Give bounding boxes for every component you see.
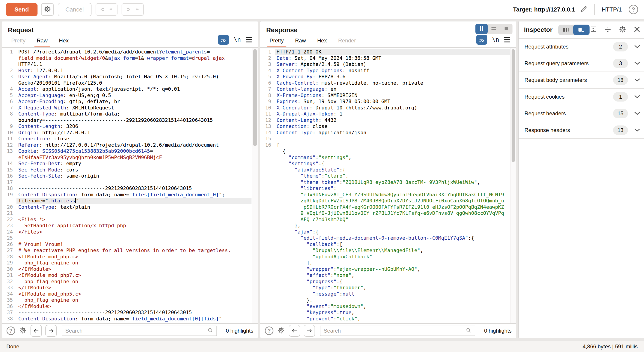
code-line: 8X-Frame-Options: SAMEORIGIN (260, 92, 516, 99)
inspector-section-request-body-parameters[interactable]: Request body parameters18 (518, 72, 644, 89)
dock-left-button[interactable] (558, 25, 573, 35)
show-newlines-toggle[interactable]: \n (234, 36, 241, 43)
response-editor[interactable]: 1HTTP/1.1 200 OK2Date: Sat, 04 May 2024 … (260, 47, 516, 323)
tab-render[interactable]: Render (336, 37, 358, 47)
response-search-input[interactable] (324, 328, 466, 334)
tab-hex[interactable]: Hex (57, 37, 71, 47)
request-tab-list: PrettyRawHex (6, 37, 74, 47)
http-version-label[interactable]: HTTP/1 (602, 6, 622, 13)
dock-right-button[interactable] (573, 25, 590, 35)
code-line: 31<IfModule mod_php7.c> (2, 272, 258, 278)
editor-menu-icon[interactable] (246, 37, 252, 42)
back-history-button[interactable]: < (96, 3, 118, 16)
tab-raw[interactable]: Raw (34, 37, 50, 47)
inspector-section-request-headers[interactable]: Request headers15 (518, 105, 644, 122)
cancel-button[interactable]: Cancel (58, 3, 92, 16)
code-line: 22<Files *> (2, 216, 258, 223)
chevron-down-icon (634, 112, 640, 115)
divider (594, 4, 595, 15)
inspector-title: Inspector (524, 26, 552, 33)
forward-history-button[interactable]: > (122, 3, 144, 16)
chevron-down-icon (133, 7, 141, 11)
code-line: 32 php_flag engine on (2, 278, 258, 285)
code-line: 35 php_flag engine on (2, 297, 258, 303)
layout-rows-button[interactable] (488, 24, 500, 34)
inspector-section-request-attributes[interactable]: Request attributes2 (518, 39, 644, 55)
show-newlines-toggle[interactable]: \n (492, 36, 499, 43)
request-panel-title: Request (2, 21, 258, 34)
count-badge: 3 (613, 59, 628, 68)
code-line: zqRlkgDdlcFWZoISJP8-ZM40dBBQoOrbX7DYsLJ2… (260, 198, 516, 204)
code-line: "command":"settings", (260, 154, 516, 161)
search-next-button[interactable] (46, 325, 57, 337)
code-line: 14Sec-Fetch-Dest: empty (2, 161, 258, 167)
code-line: 5X-Powered-By: PHP/8.3.6 (260, 74, 516, 80)
code-line: 1POST /Projects/drupal-10.2.6/media/add/… (2, 49, 258, 55)
count-badge: 15 (613, 109, 628, 118)
code-line: "edit-field-media-document-0-remove-butt… (260, 235, 516, 241)
search-next-button[interactable] (304, 325, 315, 337)
request-editor[interactable]: 1POST /Projects/drupal-10.2.6/media/add/… (2, 47, 258, 323)
single-pane-icon (504, 26, 509, 32)
vertical-scrollbar[interactable] (510, 48, 516, 323)
code-line: "prevent":"click", (260, 316, 516, 322)
search-prev-button[interactable] (30, 325, 42, 337)
inspector-header: Inspector (518, 21, 644, 39)
request-search-input[interactable] (65, 328, 208, 334)
code-line: 19Content-Disposition: form-data; name="… (2, 191, 258, 198)
search-settings-icon[interactable] (277, 326, 285, 335)
code-line: Gecko/20100101 Firefox/125.0 (2, 80, 258, 86)
code-line: "effect":"none", (260, 272, 516, 278)
gear-icon (44, 5, 51, 13)
send-button[interactable]: Send (6, 3, 38, 16)
word-wrap-toggle-button[interactable] (218, 35, 229, 45)
response-tab-icons: \n (474, 35, 512, 47)
inspector-section-response-headers[interactable]: Response headers13 (518, 122, 644, 139)
layout-single-button[interactable] (500, 24, 512, 34)
code-line: 13Cookie: SESS05d4275ca1538832b5ab92000b… (2, 148, 258, 154)
code-line: 1HTTP/1.1 200 OK (260, 49, 516, 55)
search-help-icon[interactable]: ? (265, 327, 274, 335)
code-line: 24</Files> (2, 229, 258, 235)
vertical-scrollbar[interactable] (252, 48, 258, 323)
response-search-bar: ? (260, 323, 516, 338)
search-settings-icon[interactable] (19, 326, 27, 335)
code-line: "wrapper":"ajax-wrapper--nUGbUMnY-AQ", (260, 266, 516, 272)
code-line: "theme_token":"ZQDBULqR8_eypZ8eA78_8azcT… (260, 179, 516, 185)
chevron-down-icon (634, 45, 640, 48)
code-line: 6Cache-Control: must-revalidate, no-cach… (260, 80, 516, 86)
tab-pretty[interactable]: Pretty (9, 37, 28, 47)
code-line: 27# We reactivate PHP engines for all ve… (2, 247, 258, 254)
edit-target-button[interactable] (580, 5, 588, 14)
code-line: }, (260, 222, 516, 229)
response-tab-list: PrettyRawHexRender (264, 37, 362, 47)
collapse-all-icon[interactable] (604, 26, 612, 34)
inspector-section-request-query-parameters[interactable]: Request query parameters3 (518, 55, 644, 72)
search-prev-button[interactable] (289, 325, 300, 337)
tab-hex[interactable]: Hex (315, 37, 329, 47)
code-line: field_media_document/widget/0&ajax_form=… (2, 55, 258, 61)
code-line: 10Origin: http://127.0.0.1 (2, 130, 258, 136)
search-icon (208, 327, 213, 334)
help-icon[interactable]: ? (629, 5, 638, 14)
tab-raw[interactable]: Raw (293, 37, 308, 47)
code-line: HTTP/1.1 (2, 61, 258, 67)
inspector-section-request-cookies[interactable]: Request cookies1 (518, 89, 644, 105)
code-line: 34<IfModule mod_php5.c> (2, 291, 258, 297)
close-icon[interactable] (634, 26, 640, 34)
columns-layout-icon (479, 26, 484, 32)
tab-pretty[interactable]: Pretty (267, 37, 286, 47)
code-line: 2Date: Sat, 04 May 2024 18:36:58 GMT (260, 55, 516, 61)
code-line: 28<IfModule mod_php.c> (2, 254, 258, 260)
code-line: 38Content-Disposition: form-data; name="… (2, 316, 258, 322)
search-help-icon[interactable]: ? (6, 327, 15, 335)
code-line: "message":null (260, 291, 516, 297)
editor-menu-icon[interactable] (504, 37, 510, 42)
code-line: 8Content-Type: multipart/form-data; (2, 111, 258, 117)
count-badge: 13 (613, 126, 628, 135)
expand-all-icon[interactable] (590, 26, 597, 34)
send-settings-button[interactable] (41, 3, 54, 16)
layout-columns-button[interactable] (476, 24, 488, 34)
word-wrap-toggle-button[interactable] (476, 35, 487, 45)
inspector-settings-icon[interactable] (618, 25, 626, 34)
